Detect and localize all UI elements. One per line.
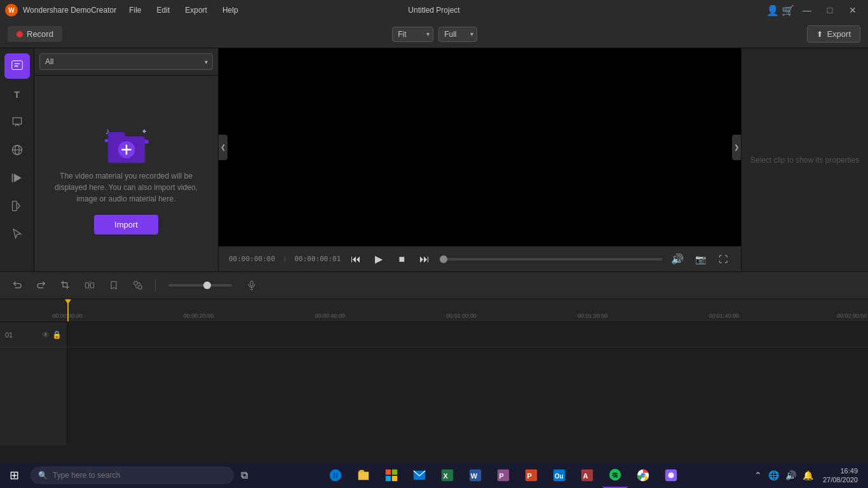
media-panel-header: All Video Audio Image [34,48,218,76]
preview-area: ❮ ❯ 00:00:00:00 | 00:00:00:01 ⏮ ▶ ■ ⏭ 🔊 … [219,48,741,271]
progress-bar[interactable] [440,258,662,261]
properties-panel: Select clip to show its properties [741,48,868,271]
account-icon[interactable]: 👤 [766,4,779,17]
taskbar-app-powerpoint[interactable]: P [519,463,544,488]
timeline-ruler: 00:00:00:00 00:00:20:00 00:00:40:00 00:0… [0,299,868,322]
sidebar-item-cursor[interactable] [4,221,30,247]
minimize-button[interactable]: — [797,0,817,20]
fullscreen-button[interactable]: ⛶ [715,252,731,267]
export-label: Export [827,29,851,39]
menu-export[interactable]: Export [182,4,210,16]
track-icons: 👁 🔒 [42,330,62,339]
cart-icon[interactable]: 🛒 [782,4,794,17]
taskbar-app-word[interactable]: W [463,463,488,488]
sidebar-item-media[interactable] [4,53,30,79]
main-area: T [0,48,868,271]
menu-bar: File Edit Export Help [126,4,240,16]
record-button[interactable]: Record [8,26,62,42]
tray-arrow-icon[interactable]: ⌃ [752,470,764,480]
svg-rect-27 [392,470,397,475]
quality-select-wrapper: Full HD 720p 480p [438,27,477,42]
redo-button[interactable] [32,276,51,295]
taskbar-app-access[interactable]: A [574,463,600,488]
task-view-button[interactable]: ⧉ [234,463,254,488]
total-time: 00:00:00:01 [294,255,341,263]
timeline-cursor[interactable] [67,299,69,322]
import-button[interactable]: Import [94,215,158,234]
export-button[interactable]: ⬆ Export [807,25,860,43]
svg-rect-22 [139,286,142,289]
maximize-button[interactable]: □ [820,0,840,20]
svg-text:P: P [527,472,532,480]
edit-toolbar [0,271,868,299]
stop-button[interactable]: ■ [394,252,409,267]
time-sep: | [283,255,287,263]
tray-notification-icon[interactable]: 🔔 [801,470,815,480]
sidebar-item-transitions[interactable] [4,193,30,219]
close-button[interactable]: ✕ [843,0,863,20]
taskbar-app-outlook[interactable]: Ou [546,463,572,488]
track-visibility-icon[interactable]: 👁 [42,330,50,339]
svg-text:W: W [471,472,478,480]
fit-select[interactable]: Fit 25% 50% 75% 100% [392,27,433,42]
tray-volume-icon[interactable]: 🔊 [783,470,798,480]
tray-network-icon[interactable]: 🌐 [766,470,781,480]
volume-button[interactable]: 🔊 [670,252,685,267]
sidebar-item-intro[interactable] [4,165,30,191]
progress-thumb [440,255,447,263]
panel-toggle-right[interactable]: ❯ [732,135,741,160]
filter-dropdown[interactable]: All Video Audio Image [39,53,213,70]
snapshot-button[interactable]: 📷 [693,252,708,267]
ruler-mark-3: 00:01:00:00 [446,313,477,319]
ruler-mark-2: 00:00:40:00 [315,313,345,319]
import-description: The video material you recorded will be … [47,170,205,205]
skip-back-button[interactable]: ⏮ [348,252,363,267]
taskbar-app-excel[interactable]: X [435,463,460,488]
sidebar-item-effects[interactable] [4,137,30,163]
skip-forward-button[interactable]: ⏭ [417,252,432,267]
taskbar-app-explorer[interactable] [351,463,376,488]
crop-button[interactable] [56,276,75,295]
svg-text:P: P [499,472,504,480]
taskbar-app-edge[interactable] [323,463,348,488]
taskbar-app-store[interactable] [379,463,404,488]
search-bar[interactable]: 🔍 [31,466,234,484]
taskbar-app-chrome[interactable] [630,463,656,488]
sidebar-item-annotations[interactable] [4,109,30,135]
ruler-mark-5: 00:01:40:00 [709,313,739,319]
track-content [67,322,868,445]
svg-text:Ou: Ou [555,473,564,480]
svg-rect-6 [12,201,17,211]
speed-thumb [203,281,211,289]
taskbar-app-mail[interactable] [407,463,432,488]
menu-edit[interactable]: Edit [154,4,173,16]
replace-button[interactable] [128,276,147,295]
start-button[interactable]: ⊞ [0,463,28,488]
bookmark-button[interactable] [104,276,123,295]
quality-select[interactable]: Full HD 720p 480p [438,27,477,42]
ruler-ticks-container: 00:00:00:00 00:00:20:00 00:00:40:00 00:0… [67,299,868,322]
title-bar: W Wondershare DemoCreator File Edit Expo… [0,0,868,20]
panel-toggle-left[interactable]: ❮ [219,135,227,160]
search-input[interactable] [53,471,226,480]
timeline: 00:00:00:00 00:00:20:00 00:00:40:00 00:0… [0,299,868,445]
taskbar: ⊞ 🔍 ⧉ X W P [0,463,868,488]
track-label-row-1: 01 👁 🔒 [0,322,67,348]
menu-help[interactable]: Help [220,4,241,16]
sidebar-item-text[interactable]: T [4,81,30,107]
mic-button[interactable] [242,276,261,295]
menu-file[interactable]: File [126,4,144,16]
clock[interactable]: 16:49 27/08/2020 [818,466,863,485]
taskbar-app-paint[interactable]: P [491,463,516,488]
svg-rect-23 [250,281,253,286]
taskbar-app-mac[interactable] [658,463,684,488]
undo-button[interactable] [8,276,27,295]
track-row [67,322,868,348]
track-lock-icon[interactable]: 🔒 [52,330,62,339]
preview-canvas: ❮ ❯ [219,48,741,246]
taskbar-app-spotify[interactable] [602,463,628,488]
play-button[interactable]: ▶ [371,252,386,267]
svg-rect-17 [90,283,93,288]
split-button[interactable] [80,276,99,295]
speed-slider[interactable] [168,284,232,287]
